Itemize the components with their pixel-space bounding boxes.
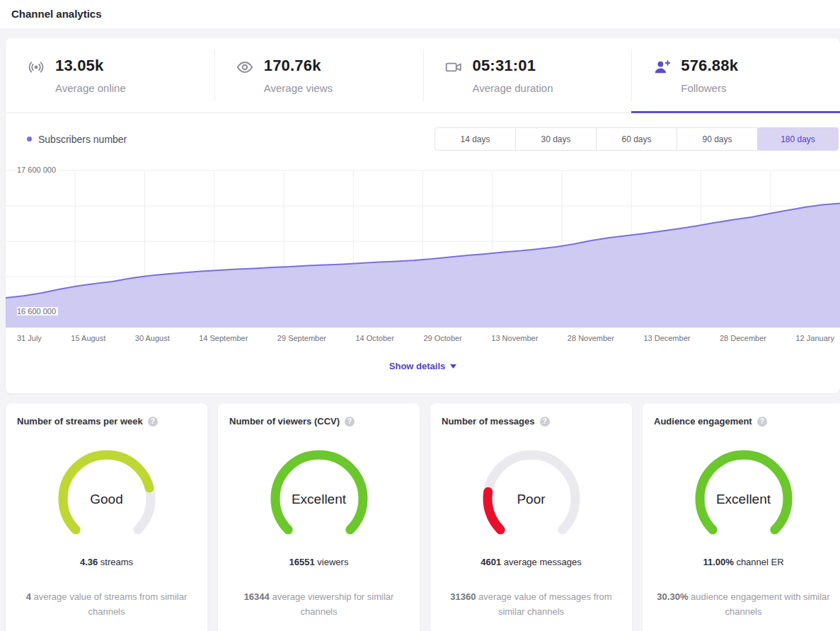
area-chart-svg	[6, 163, 840, 328]
gauge: Excellent	[259, 445, 379, 551]
x-axis-label: 12 January	[795, 334, 834, 342]
gauge-benchmark: 31360 average value of messages from sim…	[442, 590, 621, 620]
y-axis-label-max: 17 600 000	[17, 166, 58, 174]
gauge-unit: average messages	[504, 557, 582, 567]
gauge-card-header: Number of viewers (CCV)	[229, 416, 408, 427]
user-plus-icon	[652, 58, 671, 76]
show-details-label: Show details	[389, 361, 445, 371]
stat-value: 170.76k	[264, 57, 333, 75]
x-axis-label: 28 November	[568, 334, 614, 342]
gauge-card-header: Audience engagement	[654, 416, 833, 427]
gauge-value: 16551	[289, 557, 315, 567]
eye-icon	[236, 58, 254, 76]
x-axis-label: 29 October	[423, 334, 461, 342]
range-button-180-days[interactable]: 180 days	[757, 127, 839, 151]
stat-label: Average duration	[473, 82, 553, 94]
range-button-30-days[interactable]: 30 days	[515, 127, 597, 151]
stat-value: 13.05k	[55, 57, 126, 75]
gauge-status: Excellent	[684, 492, 804, 507]
video-camera-icon	[444, 58, 463, 76]
range-button-90-days[interactable]: 90 days	[677, 127, 758, 151]
gauge: Poor	[471, 445, 592, 551]
analytics-card: 13.05k Average online 170.76k Average vi…	[6, 38, 840, 393]
gauge-unit: viewers	[317, 557, 348, 567]
x-axis-label: 13 December	[643, 334, 690, 342]
range-button-14-days[interactable]: 14 days	[435, 127, 516, 151]
gauge-benchmark: 30.30% audience engagement with similar …	[655, 590, 833, 620]
show-details-row: Show details	[6, 342, 840, 393]
x-axis-label: 29 September	[277, 334, 326, 342]
help-icon[interactable]	[540, 417, 550, 427]
stat-label: Average views	[264, 82, 333, 94]
page-header: Channel analytics	[0, 0, 840, 28]
date-range-group: 14 days 30 days 60 days 90 days 180 days	[435, 127, 839, 151]
stat-text: 05:31:01 Average duration	[473, 57, 553, 94]
gauge-status: Good	[47, 492, 167, 507]
stat-average-online[interactable]: 13.05k Average online	[6, 38, 214, 112]
gauge-card-messages: Number of messages Poor 4601 average mes…	[430, 403, 632, 631]
benchmark-value: 16344	[244, 591, 270, 602]
subscribers-chart: 17 600 000 16 600 000	[6, 163, 840, 328]
x-axis-label: 30 August	[135, 334, 170, 342]
benchmark-text: average viewership for similar channels	[272, 591, 393, 617]
gauge-card-title: Number of viewers (CCV)	[229, 416, 340, 427]
stat-average-views[interactable]: 170.76k Average views	[214, 38, 423, 112]
x-axis-label: 31 July	[17, 334, 42, 342]
chart-controls: Subscribers number 14 days 30 days 60 da…	[6, 113, 840, 154]
stat-text: 576.88k Followers	[681, 57, 738, 94]
gauge-card-header: Number of messages	[442, 416, 621, 427]
gauge-status: Excellent	[259, 492, 379, 507]
gauge-value-line: 4.36 streams	[17, 557, 196, 567]
stat-text: 170.76k Average views	[264, 57, 333, 94]
gauge-unit: streams	[100, 557, 133, 567]
stat-value: 05:31:01	[473, 57, 553, 75]
range-button-60-days[interactable]: 60 days	[596, 127, 677, 151]
gauge-value-line: 4601 average messages	[442, 557, 621, 567]
y-axis-label-min: 16 600 000	[17, 307, 58, 316]
benchmark-text: audience engagement with similar channel…	[691, 591, 830, 617]
page-title: Channel analytics	[11, 8, 829, 20]
stat-average-duration[interactable]: 05:31:01 Average duration	[423, 38, 632, 112]
stats-row: 13.05k Average online 170.76k Average vi…	[6, 38, 840, 113]
help-icon[interactable]	[757, 417, 767, 427]
x-axis-label: 13 November	[491, 334, 538, 342]
gauge-value: 11.00%	[703, 557, 733, 567]
gauge-status: Poor	[471, 492, 592, 507]
gauge-value-line: 11.00% channel ER	[654, 557, 833, 567]
stat-label: Average online	[55, 82, 126, 94]
benchmark-value: 31360	[450, 591, 476, 602]
legend-label: Subscribers number	[38, 134, 127, 145]
x-axis-label: 14 September	[199, 334, 248, 342]
stat-followers[interactable]: 576.88k Followers	[631, 38, 840, 112]
stat-label: Followers	[681, 82, 738, 94]
series-legend: Subscribers number	[27, 134, 127, 145]
gauge-card-header: Number of streams per week	[17, 416, 196, 427]
x-axis-label: 15 August	[71, 334, 105, 342]
help-icon[interactable]	[148, 417, 158, 427]
chevron-down-icon	[450, 364, 456, 369]
legend-dot-icon	[27, 137, 32, 141]
gauge-value: 4601	[481, 557, 501, 567]
gauge-unit: channel ER	[736, 557, 783, 567]
gauge: Good	[47, 445, 167, 551]
gauge-card-audience-engagement: Audience engagement Excellent 11.00% cha…	[643, 403, 840, 631]
benchmark-text: average value of messages from similar c…	[478, 591, 612, 617]
x-axis-labels: 31 July 15 August 30 August 14 September…	[6, 328, 840, 342]
gauge: Excellent	[684, 445, 804, 551]
gauge-cards-row: Number of streams per week Good 4.36 str…	[6, 403, 840, 631]
gauge-value: 4.36	[80, 557, 98, 567]
gauge-card-title: Number of streams per week	[17, 416, 143, 427]
x-axis-label: 14 October	[355, 334, 393, 342]
gauge-card-viewers-ccv: Number of viewers (CCV) Excellent 16551 …	[218, 403, 420, 631]
gauge-value-line: 16551 viewers	[229, 557, 408, 567]
show-details-button[interactable]: Show details	[389, 361, 456, 371]
gauge-benchmark: 4 average value of streams from similar …	[18, 590, 196, 620]
broadcast-icon	[27, 58, 45, 76]
benchmark-value: 4	[26, 591, 31, 602]
gauge-card-streams-per-week: Number of streams per week Good 4.36 str…	[6, 403, 207, 631]
gauge-benchmark: 16344 average viewership for similar cha…	[230, 590, 408, 620]
x-axis-label: 28 December	[720, 334, 766, 342]
benchmark-text: average value of streams from similar ch…	[34, 591, 188, 617]
help-icon[interactable]	[345, 417, 355, 427]
benchmark-value: 30.30%	[657, 591, 688, 602]
